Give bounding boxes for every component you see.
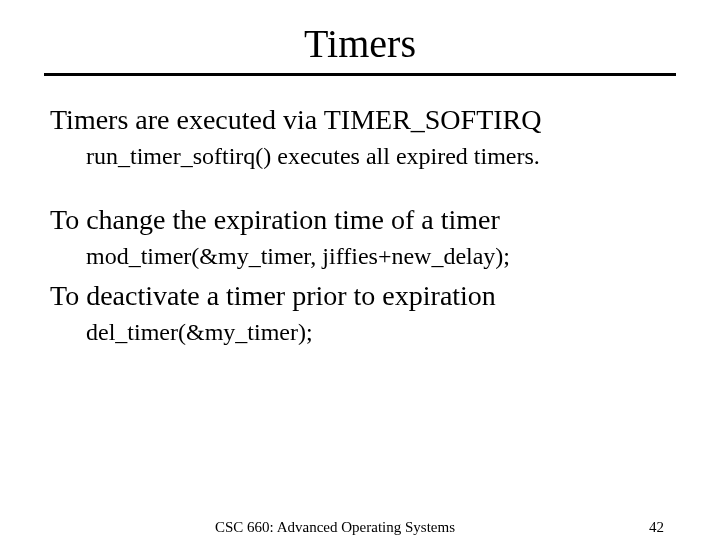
- slide-body: Timers are executed via TIMER_SOFTIRQ ru…: [50, 102, 670, 349]
- title-rule: [44, 73, 676, 76]
- footer-page: 42: [614, 519, 664, 536]
- slide-footer: CSC 660: Advanced Operating Systems 42: [0, 519, 720, 536]
- slide-title: Timers: [0, 20, 720, 67]
- section-lead: To change the expiration time of a timer: [50, 202, 670, 237]
- section-code: mod_timer(&my_timer, jiffies+new_delay);: [86, 241, 670, 272]
- section-code: del_timer(&my_timer);: [86, 317, 670, 348]
- section-code: run_timer_softirq() executes all expired…: [86, 141, 670, 172]
- section-lead: To deactivate a timer prior to expiratio…: [50, 278, 670, 313]
- slide: Timers Timers are executed via TIMER_SOF…: [0, 20, 720, 540]
- footer-course: CSC 660: Advanced Operating Systems: [56, 519, 614, 536]
- section-lead: Timers are executed via TIMER_SOFTIRQ: [50, 102, 670, 137]
